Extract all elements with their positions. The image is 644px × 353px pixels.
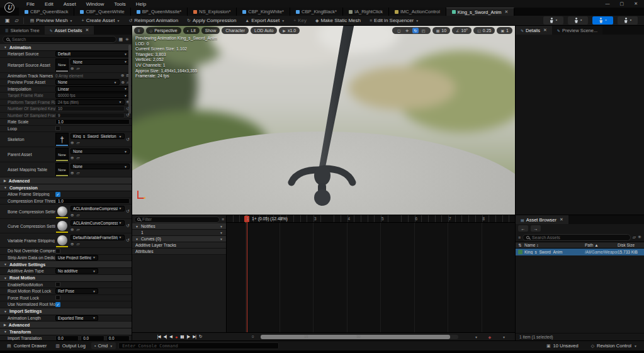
browse-to-asset-icon[interactable]: ▱ [13,18,21,23]
timeline-grid-area[interactable]: 1+ (0.05) (12.48%) 12345678 [227,215,515,332]
pause-button[interactable]: ▮▮ [180,334,183,339]
viewport-menu-button[interactable]: ≡ [134,27,144,34]
create-asset-button[interactable]: +Create Asset▼ [77,16,125,25]
folder-icon[interactable]: ▱ [633,235,636,240]
close-icon[interactable]: ✕ [543,28,547,33]
search-input[interactable]: Search [3,36,116,43]
mode-animation-button[interactable]: * [592,16,613,25]
scale-icon[interactable]: ◰ [421,28,427,33]
close-icon[interactable]: ✕ [560,217,563,222]
dropdown-no-additive[interactable]: No additive▼ [55,268,98,274]
tab-asset-browser[interactable]: ▤ Asset Browser ✕ [516,215,568,224]
column-type-icon[interactable]: ⇅ [516,243,524,248]
viewport-character-button[interactable]: Character [222,27,249,34]
output-log-button[interactable]: ▥ Output Log [52,343,89,349]
revision-control-button[interactable]: ◇ Revision Control ▼ [588,343,640,349]
dropdown-king-s-sword-skeleton[interactable]: King_s_Sword_Skeleton▼ [71,133,125,139]
dropdown-24-fps-film[interactable]: 24 fps (film)▼ [55,99,125,105]
menu-item-edit[interactable]: Edit [40,1,59,7]
reimport-animation-button[interactable]: ↺Reimport Animation [124,16,183,25]
browse-icon[interactable]: ▱ [76,66,79,71]
browse-icon[interactable]: ▱ [76,242,79,247]
forward-button[interactable]: → [531,225,541,232]
browse-icon[interactable]: ▱ [76,227,79,232]
browse-icon[interactable]: ▱ [76,155,79,160]
asset-tab-king-s-sword-anim[interactable]: King_s_Sword_Anim✕ [446,8,515,16]
apply-compression-button[interactable]: ↻Apply Compression [183,16,240,25]
track-attributes[interactable]: Attributes [132,249,226,255]
use-selected-icon[interactable]: ⊕ [71,242,74,247]
category-advanced[interactable]: ▶Advanced [0,177,132,184]
asset-tab-ns-explosion[interactable]: NS_Explosion* [188,8,237,16]
object-thumbnail[interactable] [55,234,69,247]
tab-preview-scene[interactable]: ✎Preview Scene... [552,26,602,35]
value-input[interactable]: 10 [55,106,125,111]
track-options-icon[interactable]: ▼ [220,225,223,228]
step-forward-button[interactable]: |▶ [186,334,189,339]
settings-gear-icon[interactable]: ✳ [125,37,129,42]
checkbox[interactable]: ✓ [55,302,60,307]
use-selected-icon[interactable]: ⊕ [121,80,125,85]
viewport-lod-auto-button[interactable]: LOD Auto [251,27,277,34]
checkbox[interactable]: ✓ [55,295,60,300]
select-icon[interactable]: ◻ [396,28,402,33]
add-element-icon[interactable]: ⊕ [121,73,124,78]
reset-to-default-icon[interactable]: ↺ [127,209,130,214]
timeline-scrollbar-handle[interactable] [261,335,450,339]
timeline-filter-input[interactable]: Filter [134,216,220,223]
asset-tab-bp-queenmissile[interactable]: BP_QueenMissile* [131,8,188,16]
browse-icon[interactable]: ▱ [76,213,79,218]
viewport-x1-0-button[interactable]: ▶x1.0 [279,27,300,34]
reset-to-default-icon[interactable]: ↺ [127,137,130,142]
reset-to-default-icon[interactable]: ↺ [127,238,130,243]
vector-input-z[interactable]: 0.0 [106,335,130,340]
dropdown-aclanimbonecompressionsetti[interactable]: ACLAnimBoneCompressionSetti▼ [71,206,125,211]
mini-widget-icon[interactable]: ◆ [488,335,491,339]
asset-tab-ia-rightclick[interactable]: IA_RightClick [343,8,389,16]
dropdown-aclanimcurvecompressionsett[interactable]: ACLAnimCurveCompressionSett▼ [71,220,125,226]
dropdown-linear[interactable]: Linear▼ [55,86,130,92]
edit-in-sequencer-button[interactable]: ≡Edit in Sequencer▼ [365,16,423,25]
unreal-logo-icon[interactable]: U [4,3,14,13]
play-reverse-button[interactable]: ◀ [169,334,172,339]
menu-item-tools[interactable]: Tools [109,1,131,7]
export-asset-button[interactable]: ▲Export Asset▼ [240,16,289,25]
track-options-icon[interactable]: ≡ [222,217,224,221]
category-import-settings[interactable]: ▼Import Settings [0,308,132,315]
mode-blueprint-button[interactable]: * [618,16,638,25]
filter-icon[interactable]: ≡ [518,235,521,240]
close-icon[interactable]: ✕ [504,9,508,14]
content-drawer-button[interactable]: ▤ Content Drawer [4,343,50,349]
asset-tab-cbp-queenwhite[interactable]: CBP_QueenWhite [74,8,130,16]
object-thumbnail[interactable] [55,220,69,233]
minimize-icon[interactable]: — [606,1,610,6]
dropdown-default[interactable]: Default▼ [55,51,130,57]
dropdown-none[interactable]: None▼ [55,79,120,85]
track-additive-layer-tracks[interactable]: Additive Layer Tracks [132,242,226,249]
menu-item-window[interactable]: Window [81,1,109,7]
to-front-button[interactable]: |◀ [157,334,161,339]
menu-item-asset[interactable]: Asset [59,1,81,7]
rotate-icon[interactable]: ↻ [412,28,419,33]
vector-input-x[interactable]: 0.0 [55,335,79,340]
dropdown-use-project-setting[interactable]: Use Project Setting▼ [55,255,98,261]
asset-thumbnail[interactable]: None [55,59,69,72]
rotation-snap-button[interactable]: ∠10° [452,27,472,34]
to-end-button[interactable]: ▶| [193,334,196,339]
maximize-icon[interactable]: ▢ [620,1,624,6]
step-back-button[interactable]: ◀| [163,334,166,339]
dropdown-none[interactable]: None▼ [71,59,130,65]
dropdown-ref-pose[interactable]: Ref Pose▼ [55,288,98,294]
category-advanced[interactable]: ▶Advanced [0,322,132,328]
reset-to-default-icon[interactable]: ↺ [127,223,130,228]
use-selected-icon[interactable]: ⊕ [71,66,74,71]
use-selected-icon[interactable]: ⊕ [71,227,74,232]
viewport-lit-button[interactable]: ◐Lit [183,27,200,34]
vector-input-y[interactable]: 0.0 [81,335,104,340]
display-options-icon[interactable]: ▦ [119,37,123,42]
tab-skeleton-tree[interactable]: ☰Skeleton Tree [0,26,45,35]
asset-settings-gear-icon[interactable]: ✳ [638,235,641,240]
mode-mesh-button[interactable]: * [568,16,588,25]
camera-speed-button[interactable]: ▣1 [497,27,512,34]
use-selected-icon[interactable]: ⊕ [71,155,74,160]
